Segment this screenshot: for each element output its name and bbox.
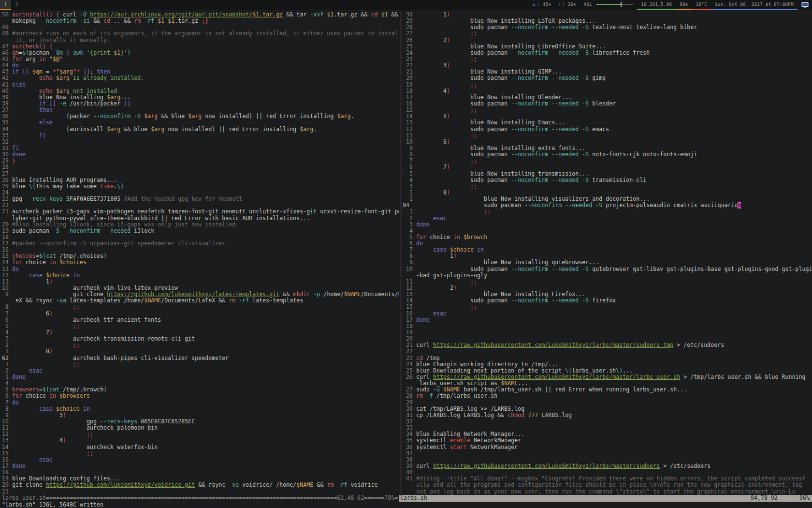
code-row: | 4 sudo pacman --noconfirm --needed -S … bbox=[399, 177, 812, 183]
code-row: | 36 systemctl start NetworkManager bbox=[399, 444, 812, 450]
line-number: 39 bbox=[403, 463, 416, 469]
line-number: 45 bbox=[2, 56, 12, 62]
line-number: 10 bbox=[403, 139, 416, 145]
line-number: 25 bbox=[403, 44, 416, 50]
line-number: 7 bbox=[2, 400, 12, 406]
code-row: | 22 3) bbox=[399, 62, 812, 69]
line-number: 1 bbox=[2, 348, 12, 355]
pane-separator: | bbox=[399, 437, 403, 444]
workspace-2[interactable]: 2 bbox=[11, 0, 22, 10]
line-number: 34 bbox=[2, 126, 12, 133]
vim-pane-left[interactable]: 50 aurinstall() { curl -O https://aur.ar… bbox=[2, 12, 399, 495]
code-row: | 6 7) bbox=[399, 164, 812, 170]
pane-separator: | bbox=[399, 431, 403, 437]
line-number: 8 bbox=[403, 253, 416, 259]
code-row: 7 do bbox=[2, 400, 399, 406]
code-row: 42 echo $arg is already installed. bbox=[2, 75, 399, 81]
code-row: | 27 sudo -u $NAME bash /tmp/larbs_user.… bbox=[399, 387, 812, 393]
pane-separator: | bbox=[399, 329, 403, 336]
line-number bbox=[403, 489, 416, 495]
line-number: 14 bbox=[403, 113, 416, 120]
code-row: | 17 blue Now installing Blender... bbox=[399, 94, 812, 101]
pane-separator: | bbox=[399, 12, 403, 18]
pane-separator: | bbox=[399, 355, 403, 361]
pane-separator: | bbox=[399, 425, 403, 431]
vim-pane-right[interactable]: | 30 1)| 29 blue Now installing LaTeX pa… bbox=[399, 12, 812, 495]
code-row: 7 6) bbox=[2, 311, 399, 317]
code-row: 19 blue Downloading config files... bbox=[2, 476, 399, 482]
pane-separator: | bbox=[399, 368, 403, 374]
line-number: 35 bbox=[2, 120, 12, 126]
code-row: 17 #packer --noconfirm -S ncpamixer-git … bbox=[2, 240, 399, 247]
line-number: 2 bbox=[403, 215, 416, 222]
line-number: 32 bbox=[2, 139, 12, 145]
workspace-1[interactable]: 1 bbox=[0, 0, 11, 10]
code-row: | 12 2) bbox=[399, 285, 812, 291]
pane-separator: | bbox=[399, 374, 403, 380]
line-number: 14 bbox=[2, 259, 12, 266]
line-number: 9 bbox=[2, 412, 12, 418]
volume-slider[interactable] bbox=[596, 4, 633, 5]
code-row: | 32 bbox=[399, 418, 812, 425]
pane-separator: | bbox=[399, 234, 403, 240]
line-number: 18 bbox=[2, 234, 12, 240]
line-number: 18 bbox=[403, 323, 416, 329]
code-row: | 18 bbox=[399, 323, 812, 329]
pane-separator: | bbox=[399, 457, 403, 463]
line-number: 40 bbox=[403, 469, 416, 476]
code-row: | 14 sudo pacman --noconfirm --needed -S… bbox=[399, 298, 812, 304]
line-number: 1 bbox=[403, 196, 416, 202]
line-number: 4 bbox=[403, 177, 416, 183]
code-row: 18 bbox=[2, 234, 399, 240]
code-row: 50 aurinstall() { curl -O https://aur.ar… bbox=[2, 12, 399, 18]
code-row: | 30 1) bbox=[399, 12, 812, 18]
code-row: | 15 ;; bbox=[399, 304, 812, 310]
line-number: 30 bbox=[403, 406, 416, 412]
line-number: 12 bbox=[2, 272, 12, 279]
line-number: 13 bbox=[403, 291, 416, 298]
code-row: 13 4) bbox=[2, 437, 399, 444]
line-number: 41 bbox=[2, 82, 12, 88]
code-row: | 26 2) bbox=[399, 37, 812, 44]
code-row: 22 bbox=[2, 202, 399, 209]
code-row: |94 sudo pacman --noconfirm --needed -S … bbox=[399, 202, 812, 209]
pane-separator: | bbox=[399, 75, 403, 81]
code-row: it, or installs it manually. bbox=[2, 37, 399, 44]
line-number: 18 bbox=[2, 469, 12, 476]
line-number: 49 bbox=[2, 24, 12, 30]
pane-separator: | bbox=[399, 348, 403, 355]
code-row: | 19 bbox=[399, 329, 812, 336]
line-number: 19 bbox=[403, 329, 416, 336]
code-row: 1 ;; bbox=[2, 361, 399, 368]
line-number: 42 bbox=[2, 75, 12, 81]
line-number: 21 bbox=[2, 489, 12, 495]
pane-separator: | bbox=[399, 336, 403, 342]
code-row: 40 echo $arg not installed bbox=[2, 88, 399, 94]
code-row: | 15 ;; bbox=[399, 107, 812, 113]
code-row: | 41 #dialog --title "All done!" --msgbo… bbox=[399, 476, 812, 482]
code-row: | 29 blue Now installing LaTeX packages.… bbox=[399, 18, 812, 24]
line-number: 17 bbox=[403, 94, 416, 101]
line-number: 19 bbox=[403, 82, 416, 88]
line-number: 28 bbox=[403, 393, 416, 399]
code-row: 3 done bbox=[2, 374, 399, 380]
line-number: 22 bbox=[403, 348, 416, 355]
line-number: 46 bbox=[2, 50, 12, 56]
pane-separator: | bbox=[399, 107, 403, 113]
line-number: 11 bbox=[2, 279, 12, 285]
code-row: | 13 blue Now installing Emacs... bbox=[399, 120, 812, 126]
statusline-inactive: larbs_user.sh===========================… bbox=[0, 495, 399, 501]
pane-separator: | bbox=[399, 247, 403, 253]
code-row: 32 bbox=[2, 139, 399, 145]
code-row: | 22 bbox=[399, 348, 812, 355]
line-number: 2 bbox=[2, 342, 12, 348]
disk-root-value: : 36% bbox=[562, 2, 576, 7]
line-number bbox=[403, 482, 416, 488]
line-number: 44 bbox=[2, 62, 12, 69]
pane-separator: | bbox=[399, 56, 403, 62]
volume-module[interactable]: VOL bbox=[580, 0, 637, 10]
pane-separator: | bbox=[399, 113, 403, 120]
line-number: 20 bbox=[2, 482, 12, 488]
pane-separator: | bbox=[399, 393, 403, 399]
line-number: 27 bbox=[2, 171, 12, 177]
